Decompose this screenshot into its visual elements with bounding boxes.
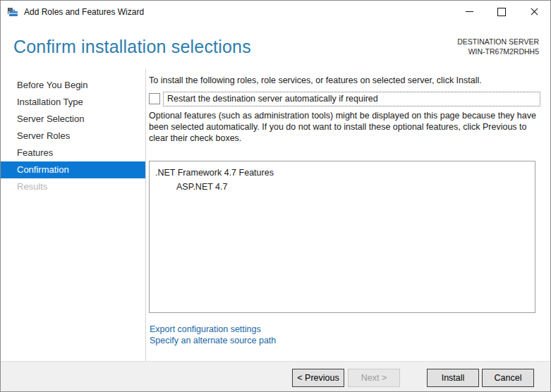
- footer-links: Export configuration settings Specify an…: [150, 324, 276, 346]
- minimize-button[interactable]: [453, 1, 485, 23]
- close-button[interactable]: [518, 1, 550, 23]
- selected-features-list[interactable]: .NET Framework 4.7 Features ASP.NET 4.7: [149, 161, 535, 313]
- close-icon: [530, 7, 539, 16]
- alternate-source-path-link[interactable]: Specify an alternate source path: [150, 335, 276, 346]
- next-button[interactable]: Next >: [348, 369, 400, 387]
- export-configuration-link[interactable]: Export configuration settings: [150, 324, 276, 335]
- restart-checkbox-label[interactable]: Restart the destination server automatic…: [163, 92, 540, 106]
- window-controls: [453, 1, 550, 23]
- sidebar-item-confirmation[interactable]: Confirmation: [1, 161, 145, 178]
- window-title: Add Roles and Features Wizard: [24, 7, 144, 17]
- previous-button[interactable]: < Previous: [292, 369, 344, 387]
- roles-wizard-toolbox-icon: [7, 6, 18, 18]
- page-title: Confirm installation selections: [13, 37, 251, 56]
- minimize-icon: [466, 11, 473, 12]
- page-header: Confirm installation selections DESTINAT…: [1, 23, 550, 69]
- destination-server-name: WIN-TR67M2RDHH5: [457, 47, 539, 56]
- destination-server-label: DESTINATION SERVER: [457, 37, 539, 47]
- maximize-button[interactable]: [485, 1, 518, 23]
- sidebar-item-features[interactable]: Features: [1, 145, 145, 161]
- wizard-footer: < Previous Next > Install Cancel: [1, 361, 550, 391]
- destination-server-block: DESTINATION SERVER WIN-TR67M2RDHH5: [457, 37, 539, 56]
- maximize-icon: [497, 8, 506, 16]
- sidebar-item-installation-type[interactable]: Installation Type: [1, 94, 145, 111]
- sidebar-item-server-roles[interactable]: Server Roles: [1, 128, 145, 145]
- restart-checkbox[interactable]: [149, 93, 160, 104]
- cancel-button[interactable]: Cancel: [482, 369, 534, 387]
- sidebar-item-results: Results: [1, 178, 145, 195]
- feature-item-aspnet[interactable]: ASP.NET 4.7: [150, 180, 535, 194]
- install-button[interactable]: Install: [427, 369, 479, 387]
- intro-text: To install the following roles, role ser…: [149, 75, 482, 85]
- feature-item-net-framework[interactable]: .NET Framework 4.7 Features: [150, 166, 535, 180]
- wizard-steps-nav: Before You Begin Installation Type Serve…: [1, 69, 146, 361]
- optional-features-note: Optional features (such as administratio…: [149, 110, 540, 144]
- sidebar-item-server-selection[interactable]: Server Selection: [1, 111, 145, 128]
- wizard-window: Add Roles and Features Wizard Confirm in…: [0, 0, 551, 392]
- confirmation-page-content: To install the following roles, role ser…: [149, 69, 540, 361]
- sidebar-item-before-you-begin[interactable]: Before You Begin: [1, 77, 145, 94]
- restart-option-row: Restart the destination server automatic…: [149, 92, 540, 106]
- title-bar: Add Roles and Features Wizard: [1, 1, 550, 23]
